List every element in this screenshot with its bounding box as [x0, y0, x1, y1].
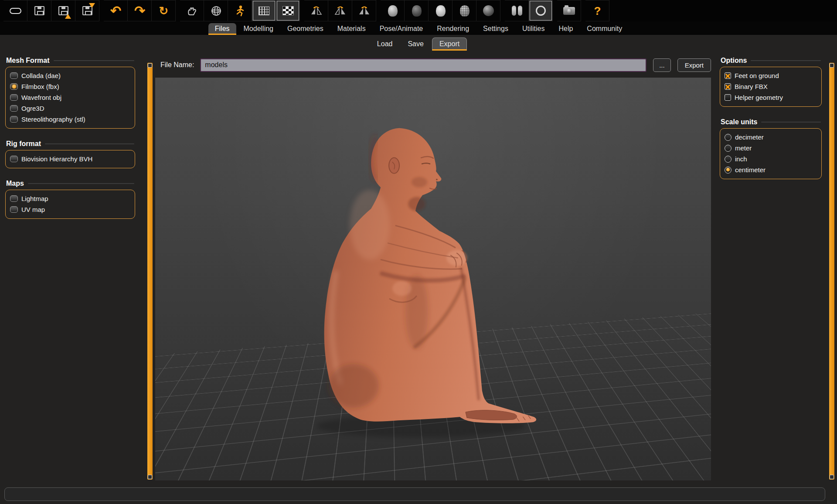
feet-icon[interactable] — [505, 0, 529, 21]
grid-icon[interactable] — [252, 0, 276, 21]
sub-tab-bar: Load Save Export — [0, 35, 837, 51]
floppy-shape — [34, 6, 44, 15]
radio-label: Ogre3D — [21, 104, 44, 112]
wireframe-head-icon[interactable] — [453, 0, 476, 21]
undo-icon[interactable]: ↶ — [104, 0, 128, 21]
help-icon[interactable]: ? — [585, 0, 609, 21]
symmetry-shape — [334, 6, 347, 16]
running-figure-shape — [235, 5, 246, 17]
tab-modelling[interactable]: Modelling — [237, 23, 280, 35]
checkbox-icon — [10, 156, 18, 162]
checkbox-lightmap[interactable]: Lightmap — [10, 193, 130, 204]
radio-label: Collada (dae) — [21, 72, 61, 80]
circle-shape — [536, 6, 546, 16]
save-file-icon[interactable] — [27, 0, 51, 21]
export-filename-row: File Name: ... Export — [155, 56, 711, 74]
file-name-label: File Name: — [160, 61, 194, 69]
tab-utilities[interactable]: Utilities — [516, 23, 551, 35]
dark-head-icon[interactable] — [405, 0, 429, 21]
circle-select-icon[interactable] — [529, 0, 553, 21]
scrollbar-handle-bottom[interactable] — [148, 475, 152, 479]
scrollbar-handle-bottom[interactable] — [830, 475, 834, 479]
scrollbar-handle-top[interactable] — [148, 63, 152, 68]
checkbox-helper-geometry[interactable]: Helper geometry — [725, 92, 817, 103]
browse-button[interactable]: ... — [653, 58, 671, 72]
radio-collada[interactable]: Collada (dae) — [10, 70, 130, 81]
subtab-load[interactable]: Load — [370, 38, 400, 51]
radio-ogre3d[interactable]: Ogre3D — [10, 103, 130, 114]
tab-materials[interactable]: Materials — [331, 23, 372, 35]
shaded-sphere-icon[interactable] — [476, 0, 500, 21]
file-name-input[interactable] — [200, 58, 646, 72]
question-glyph: ? — [594, 5, 601, 17]
subtab-export[interactable]: Export — [432, 37, 467, 51]
save-as-icon[interactable] — [75, 0, 99, 21]
radio-decimeter[interactable]: decimeter — [725, 132, 817, 143]
main-tab-bar: Files Modelling Geometries Materials Pos… — [0, 21, 837, 35]
tab-rendering[interactable]: Rendering — [430, 23, 476, 35]
subdivide-head-icon[interactable] — [429, 0, 453, 21]
checkbox-binary-fbx[interactable]: Binary FBX — [725, 81, 817, 92]
tab-settings[interactable]: Settings — [476, 23, 515, 35]
symmetry-both-icon[interactable] — [352, 0, 376, 21]
options-group: Options Feet on ground Binary FBX Helper… — [720, 57, 822, 107]
symmetry-shape — [310, 6, 323, 16]
symmetry-right-icon[interactable] — [328, 0, 352, 21]
symmetry-left-icon[interactable] — [304, 0, 328, 21]
load-file-icon[interactable] — [51, 0, 75, 21]
reset-icon[interactable]: ↻ — [152, 0, 176, 21]
radio-label: inch — [735, 155, 747, 163]
rig-format-group: Rig format Biovision Hierarchy BVH — [5, 140, 135, 168]
scrollbar-handle-top[interactable] — [830, 63, 834, 68]
radio-icon — [725, 167, 732, 174]
checkbox-label: Biovision Hierarchy BVH — [21, 155, 92, 163]
symmetry-shape — [358, 6, 371, 16]
tab-community[interactable]: Community — [580, 23, 629, 35]
sphere-shape — [483, 5, 494, 16]
checkbox-icon — [10, 206, 18, 213]
radio-icon — [10, 105, 18, 112]
radio-stereolithography[interactable]: Stereolithography (stl) — [10, 114, 130, 125]
scale-units-group: Scale units decimeter meter inch centime… — [720, 118, 822, 179]
toolbar: ↶ ↷ ↻ — [0, 0, 837, 21]
radio-inch[interactable]: inch — [725, 153, 817, 164]
checkbox-icon — [10, 195, 18, 202]
checkbox-bvh[interactable]: Biovision Hierarchy BVH — [10, 153, 130, 164]
tab-help[interactable]: Help — [552, 23, 579, 35]
radio-label: Filmbox (fbx) — [21, 82, 59, 91]
radio-meter[interactable]: meter — [725, 143, 817, 153]
mesh-format-title: Mesh Format — [6, 57, 134, 65]
globe-shape — [210, 5, 222, 17]
tab-files[interactable]: Files — [208, 23, 236, 35]
tab-pose-animate[interactable]: Pose/Animate — [373, 23, 430, 35]
radio-centimeter[interactable]: centimeter — [725, 164, 817, 175]
pose-figure-icon[interactable] — [228, 0, 252, 21]
tab-geometries[interactable]: Geometries — [281, 23, 330, 35]
left-panel-scrollbar[interactable] — [147, 63, 153, 480]
export-button[interactable]: Export — [677, 58, 711, 72]
status-bar — [4, 487, 825, 501]
down-arrow-overlay — [89, 3, 95, 8]
camera-icon[interactable] — [557, 0, 581, 21]
checkbox-uvmap[interactable]: UV map — [10, 204, 130, 215]
background-checker-icon[interactable] — [276, 0, 300, 21]
radio-wavefront[interactable]: Wavefront obj — [10, 92, 130, 103]
mesh-format-group: Mesh Format Collada (dae) Filmbox (fbx) … — [5, 57, 135, 129]
checkbox-feet-on-ground[interactable]: Feet on ground — [725, 70, 817, 81]
viewport-3d[interactable] — [155, 78, 711, 480]
redo-icon[interactable]: ↷ — [128, 0, 152, 21]
camera-shape — [563, 7, 575, 15]
undo-glyph: ↶ — [110, 4, 121, 17]
right-panel-scrollbar[interactable] — [829, 63, 834, 480]
checker-shape — [282, 6, 294, 15]
checkbox-label: Feet on ground — [735, 72, 779, 80]
new-capsule-icon[interactable] — [3, 0, 27, 21]
grab-tool-icon[interactable] — [180, 0, 204, 21]
up-arrow-overlay — [65, 14, 71, 19]
radio-filmbox[interactable]: Filmbox (fbx) — [10, 81, 130, 92]
smooth-head-icon[interactable] — [381, 0, 405, 21]
radio-label: decimeter — [735, 133, 764, 141]
wireframe-globe-icon[interactable] — [204, 0, 228, 21]
subtab-save[interactable]: Save — [401, 38, 430, 51]
radio-icon — [10, 72, 18, 79]
